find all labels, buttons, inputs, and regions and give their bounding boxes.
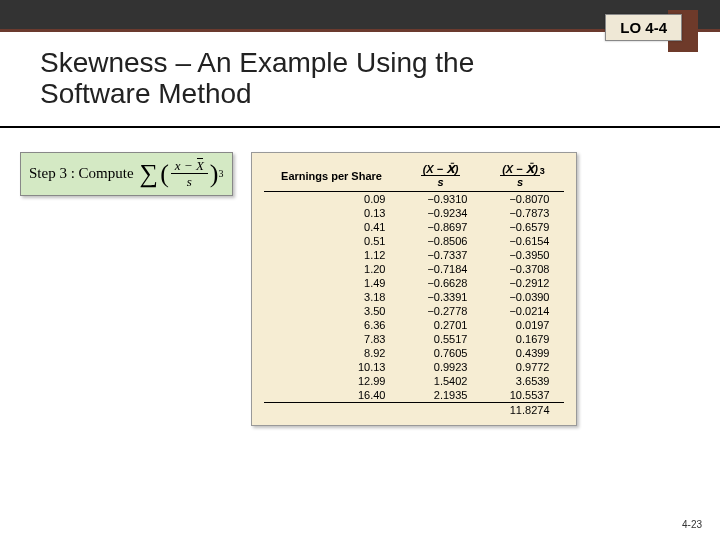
cell-z3: 10.5537: [481, 388, 563, 403]
var-s: s: [187, 174, 192, 188]
cell-z: 2.1935: [399, 388, 481, 403]
col-header-eps: Earnings per Share: [264, 161, 400, 192]
table-row: 0.09−0.9310−0.8070: [264, 191, 564, 206]
sum-z3: 11.8274: [481, 402, 563, 417]
step-prefix: Step 3 :: [29, 165, 75, 182]
cell-z3: −0.7873: [481, 206, 563, 220]
cell-eps: 16.40: [264, 388, 400, 403]
table-row: 1.12−0.7337−0.3950: [264, 248, 564, 262]
table-sum-row: 11.8274: [264, 402, 564, 417]
cell-z: 0.9923: [399, 360, 481, 374]
left-paren: (: [160, 159, 169, 189]
col2-den: s: [421, 176, 461, 188]
cell-z: −0.3391: [399, 290, 481, 304]
cell-eps: 0.13: [264, 206, 400, 220]
table-body: 0.09−0.9310−0.80700.13−0.9234−0.78730.41…: [264, 191, 564, 417]
slide-title: Skewness – An Example Using the Software…: [0, 32, 560, 118]
cell-z: −0.2778: [399, 304, 481, 318]
cell-z3: 0.4399: [481, 346, 563, 360]
cell-z3: −0.6579: [481, 220, 563, 234]
cell-eps: 1.20: [264, 262, 400, 276]
cell-z: −0.9310: [399, 191, 481, 206]
cell-z3: −0.0390: [481, 290, 563, 304]
cell-z3: 0.0197: [481, 318, 563, 332]
cell-z3: 0.9772: [481, 360, 563, 374]
cell-z: 1.5402: [399, 374, 481, 388]
cell-z3: −0.2912: [481, 276, 563, 290]
table-row: 6.360.27010.0197: [264, 318, 564, 332]
cell-z: −0.7337: [399, 248, 481, 262]
table-row: 3.50−0.2778−0.0214: [264, 304, 564, 318]
cell-eps: 10.13: [264, 360, 400, 374]
slide-body: Step 3 : Compute ∑ ( x − X s ) 3 Earning…: [0, 128, 720, 450]
table-row: 1.20−0.7184−0.3708: [264, 262, 564, 276]
col-header-z3: (X − X̄) s 3: [481, 161, 563, 192]
cell-z: 0.5517: [399, 332, 481, 346]
table-row: 10.130.99230.9772: [264, 360, 564, 374]
cell-z: −0.8506: [399, 234, 481, 248]
cell-z: 0.7605: [399, 346, 481, 360]
cell-z: −0.6628: [399, 276, 481, 290]
table-row: 7.830.55170.1679: [264, 332, 564, 346]
cell-eps: 6.36: [264, 318, 400, 332]
cell-eps: 1.12: [264, 248, 400, 262]
var-x: x: [175, 158, 181, 173]
cell-z3: −0.3950: [481, 248, 563, 262]
col3-exp: 3: [540, 166, 545, 176]
col3-num: (X − X̄): [500, 164, 540, 176]
col2-num: (X − X̄): [421, 164, 461, 176]
exponent: 3: [219, 168, 224, 179]
cell-eps: 3.18: [264, 290, 400, 304]
table-row: 12.991.54023.6539: [264, 374, 564, 388]
table-row: 0.51−0.8506−0.6154: [264, 234, 564, 248]
fraction: x − X s: [171, 159, 208, 188]
step-formula-box: Step 3 : Compute ∑ ( x − X s ) 3: [20, 152, 233, 196]
var-xbar: X: [196, 159, 204, 172]
cell-eps: 12.99: [264, 374, 400, 388]
cell-eps: 1.49: [264, 276, 400, 290]
minus: −: [184, 158, 193, 173]
cell-z3: −0.8070: [481, 191, 563, 206]
cell-z3: −0.0214: [481, 304, 563, 318]
table-row: 16.402.193510.5537: [264, 388, 564, 403]
cell-eps: 7.83: [264, 332, 400, 346]
cell-eps: 0.09: [264, 191, 400, 206]
cell-z3: 3.6539: [481, 374, 563, 388]
learning-objective-badge: LO 4-4: [605, 14, 682, 41]
cell-z: 0.2701: [399, 318, 481, 332]
data-table-box: Earnings per Share (X − X̄) s (X − X̄) s…: [251, 152, 577, 426]
col-header-z: (X − X̄) s: [399, 161, 481, 192]
table-row: 3.18−0.3391−0.0390: [264, 290, 564, 304]
table-row: 0.41−0.8697−0.6579: [264, 220, 564, 234]
slide-number: 4-23: [682, 519, 702, 530]
cell-eps: 0.41: [264, 220, 400, 234]
cell-z: −0.9234: [399, 206, 481, 220]
cell-eps: 8.92: [264, 346, 400, 360]
cell-z: −0.8697: [399, 220, 481, 234]
cell-z3: −0.6154: [481, 234, 563, 248]
cell-z3: −0.3708: [481, 262, 563, 276]
table-row: 1.49−0.6628−0.2912: [264, 276, 564, 290]
table-row: 0.13−0.9234−0.7873: [264, 206, 564, 220]
formula: ∑ ( x − X s ) 3: [140, 159, 224, 189]
cell-z3: 0.1679: [481, 332, 563, 346]
data-table: Earnings per Share (X − X̄) s (X − X̄) s…: [264, 161, 564, 417]
cell-eps: 3.50: [264, 304, 400, 318]
cell-eps: 0.51: [264, 234, 400, 248]
col3-den: s: [500, 176, 540, 188]
cell-z: −0.7184: [399, 262, 481, 276]
sigma-symbol: ∑: [140, 159, 159, 189]
right-paren: ): [210, 159, 219, 189]
table-row: 8.920.76050.4399: [264, 346, 564, 360]
step-verb: Compute: [79, 165, 134, 182]
